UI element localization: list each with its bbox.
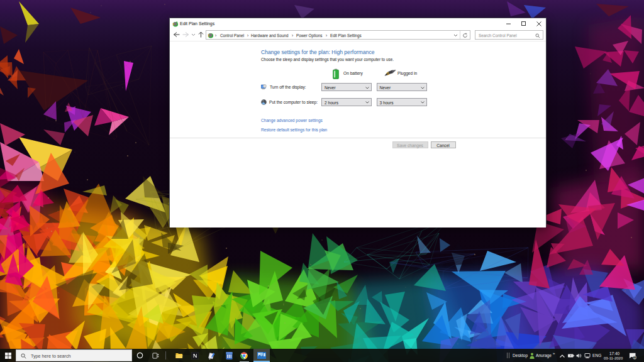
svg-text:3: 3 bbox=[634, 356, 636, 359]
